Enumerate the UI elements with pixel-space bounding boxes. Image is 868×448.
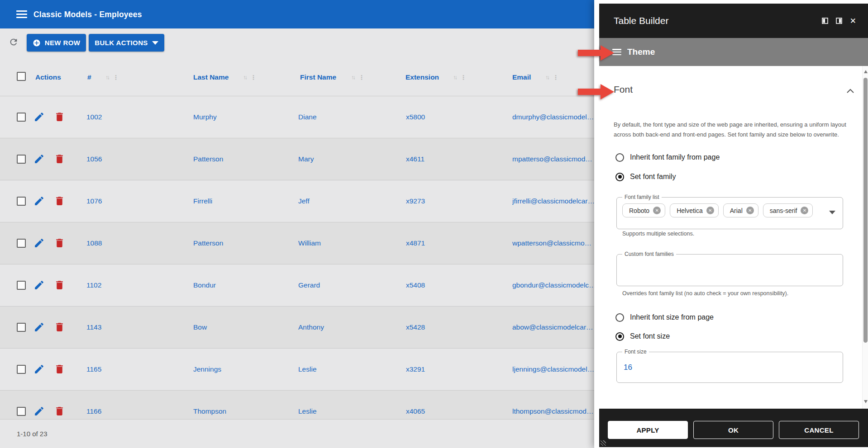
cell-last-name: Patterson xyxy=(193,239,223,247)
font-size-value[interactable]: 16 xyxy=(624,363,632,372)
column-menu-icon[interactable]: ⋮ xyxy=(113,74,119,81)
dock-left-icon[interactable] xyxy=(822,18,828,24)
delete-icon[interactable] xyxy=(54,153,65,165)
scroll-down-icon[interactable] xyxy=(864,400,868,403)
delete-icon[interactable] xyxy=(54,237,65,249)
edit-icon[interactable] xyxy=(33,111,45,123)
remove-chip-icon[interactable]: ✕ xyxy=(746,207,754,214)
radio-icon[interactable] xyxy=(615,153,624,162)
sort-arrows-icon[interactable]: ↑↓ xyxy=(545,74,548,81)
sort-control[interactable]: ↑↓⋮ xyxy=(243,74,257,81)
cell-number: 1076 xyxy=(86,197,102,205)
cell-email[interactable]: mpatterso@classicmod… xyxy=(512,155,592,163)
row-checkbox[interactable] xyxy=(17,323,26,332)
radio-inherit-font-size[interactable]: Inherit font size from page xyxy=(615,312,714,323)
font-family-list-field[interactable]: Font family list Roboto✕Helvetica✕Arial✕… xyxy=(616,197,843,229)
sort-control[interactable]: ↑↓⋮ xyxy=(545,74,559,81)
radio-set-font-size[interactable]: Set font size xyxy=(615,331,670,342)
delete-icon[interactable] xyxy=(54,321,65,333)
custom-font-families-field[interactable]: Custom font families xyxy=(616,254,843,286)
column-header-number[interactable]: # xyxy=(87,73,91,81)
cell-email[interactable]: abow@classicmodelcar… xyxy=(512,323,593,331)
sort-arrows-icon[interactable]: ↑↓ xyxy=(105,74,109,81)
cell-last-name: Murphy xyxy=(193,113,217,121)
edit-icon[interactable] xyxy=(33,237,45,249)
column-header-extension[interactable]: Extension xyxy=(405,73,439,81)
delete-icon[interactable] xyxy=(54,406,65,417)
edit-icon[interactable] xyxy=(33,195,45,207)
scrollbar-thumb[interactable] xyxy=(863,78,868,343)
panel-header[interactable]: Table Builder ✕ xyxy=(599,4,868,38)
refresh-icon[interactable] xyxy=(9,37,19,47)
row-checkbox[interactable] xyxy=(17,365,26,374)
delete-icon[interactable] xyxy=(54,279,65,291)
chevron-up-icon[interactable] xyxy=(847,89,854,93)
sort-control[interactable]: ↑↓⋮ xyxy=(105,74,119,81)
cell-email[interactable]: gbondur@classicmodelc… xyxy=(512,281,596,289)
new-row-button[interactable]: NEW ROW xyxy=(27,34,86,52)
font-chip-label: Arial xyxy=(730,207,743,214)
edit-icon[interactable] xyxy=(33,279,45,291)
select-all-checkbox[interactable] xyxy=(17,72,26,81)
sort-control[interactable]: ↑↓⋮ xyxy=(351,74,365,81)
edit-icon[interactable] xyxy=(33,321,45,333)
font-chip[interactable]: Arial✕ xyxy=(723,203,758,217)
remove-chip-icon[interactable]: ✕ xyxy=(801,207,808,214)
font-size-field[interactable]: Font size 16 xyxy=(616,352,843,383)
column-menu-icon[interactable]: ⋮ xyxy=(460,74,467,81)
cell-email[interactable]: lthompson@classicmod… xyxy=(512,407,593,415)
menu-icon[interactable] xyxy=(16,10,27,18)
radio-icon-selected[interactable] xyxy=(615,332,624,341)
theme-section-header[interactable]: Theme xyxy=(599,38,868,66)
edit-icon[interactable] xyxy=(33,153,45,165)
apply-button[interactable]: APPLY xyxy=(608,421,688,439)
ok-button[interactable]: OK xyxy=(693,421,773,439)
resize-grip[interactable] xyxy=(601,440,606,446)
sort-control[interactable]: ↑↓⋮ xyxy=(453,74,467,81)
bulk-actions-button[interactable]: BULK ACTIONS xyxy=(89,34,164,52)
edit-icon[interactable] xyxy=(33,363,45,375)
cell-email[interactable]: dmurphy@classicmodel… xyxy=(512,113,594,121)
column-header-firstname[interactable]: First Name xyxy=(300,73,336,81)
edit-icon[interactable] xyxy=(33,406,45,417)
sort-arrows-icon[interactable]: ↑↓ xyxy=(243,74,246,81)
radio-icon-selected[interactable] xyxy=(615,173,624,181)
cell-email[interactable]: ljennings@classicmodel… xyxy=(512,365,594,373)
row-checkbox[interactable] xyxy=(17,113,26,122)
delete-icon[interactable] xyxy=(54,363,65,375)
remove-chip-icon[interactable]: ✕ xyxy=(706,207,714,214)
sort-arrows-icon[interactable]: ↑↓ xyxy=(453,74,456,81)
font-chip[interactable]: Helvetica✕ xyxy=(670,203,719,217)
delete-icon[interactable] xyxy=(54,195,65,207)
row-checkbox[interactable] xyxy=(17,155,26,164)
radio-set-font-family[interactable]: Set font family xyxy=(615,171,676,182)
sort-arrows-icon[interactable]: ↑↓ xyxy=(351,74,354,81)
dock-right-icon[interactable] xyxy=(836,18,842,24)
row-checkbox[interactable] xyxy=(17,197,26,206)
close-icon[interactable]: ✕ xyxy=(850,17,856,25)
cell-number: 1143 xyxy=(86,323,101,331)
delete-icon[interactable] xyxy=(54,111,65,123)
cell-email[interactable]: wpatterson@classicmo… xyxy=(512,239,591,247)
font-chip[interactable]: Roboto✕ xyxy=(622,203,665,217)
cell-number: 1166 xyxy=(86,407,101,415)
panel-scrollbar[interactable] xyxy=(862,66,868,409)
radio-inherit-font-family[interactable]: Inherit font family from page xyxy=(615,152,720,163)
dropdown-caret-icon[interactable] xyxy=(829,211,835,214)
scroll-up-icon[interactable] xyxy=(864,70,868,73)
remove-chip-icon[interactable]: ✕ xyxy=(653,207,661,214)
cell-number: 1002 xyxy=(86,113,102,121)
column-header-lastname[interactable]: Last Name xyxy=(193,73,229,81)
radio-icon[interactable] xyxy=(615,313,624,322)
row-checkbox[interactable] xyxy=(17,239,26,248)
column-menu-icon[interactable]: ⋮ xyxy=(358,74,365,81)
font-chip[interactable]: sans-serif✕ xyxy=(763,203,813,217)
cancel-button[interactable]: CANCEL xyxy=(779,421,859,439)
cell-extension: x4611 xyxy=(406,155,424,163)
column-menu-icon[interactable]: ⋮ xyxy=(553,74,559,81)
cell-email[interactable]: jfirrelli@classicmodelcar… xyxy=(512,197,595,205)
row-checkbox[interactable] xyxy=(17,281,26,290)
column-header-email[interactable]: Email xyxy=(512,73,531,81)
row-checkbox[interactable] xyxy=(17,407,26,416)
column-menu-icon[interactable]: ⋮ xyxy=(250,74,257,81)
